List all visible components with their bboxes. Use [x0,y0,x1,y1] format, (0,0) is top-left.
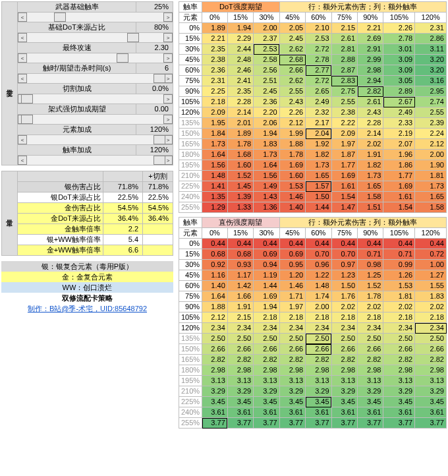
heat-cell: 3.77 [306,418,331,429]
heat-cell: 2.34 [383,323,415,334]
heat-cell: 3.29 [279,386,305,397]
var-label: 元素加成 [18,125,136,135]
heat-cell: 2.45 [279,34,305,44]
heat-cell: 1.50 [331,281,357,291]
heat-cell: 2.12 [202,312,228,323]
var-value: 2.30 [136,43,173,53]
heat-cell: 3.09 [383,65,415,76]
heat-cell: 3.13 [306,376,331,386]
slider[interactable]: <> [18,53,173,63]
heat-cell: 2.82 [415,355,447,365]
slider[interactable]: <> [18,33,173,42]
const-value-a: 6.6 [103,245,142,256]
heat-row-label: 165% [179,355,202,365]
heat-cell: 1.78 [279,150,305,160]
heat-cell: 0.94 [254,260,279,270]
slider-inc[interactable]: > [163,53,173,63]
heat-cell: 1.48 [306,281,331,291]
heat-cell: 3.77 [227,418,253,429]
heat-cell: 1.69 [279,160,305,171]
slider-dec[interactable]: < [18,156,27,165]
var-label: 切割加成 [18,84,136,94]
heat-cell: 2.98 [306,365,331,376]
legend-byline[interactable]: 制作：B站@季-术宅，UID:85648792 [1,303,173,314]
heat-cell: 1.89 [202,23,228,34]
heat-cell: 3.45 [383,397,415,407]
heat-col-label: 120% [415,13,447,23]
heat-cell: 2.95 [415,86,447,97]
dot-heat-table: 触率DoT强度期望行：额外元素伤害；列：额外触率元素0%15%30%45%60%… [179,1,447,213]
heat-cell: 2.35 [227,86,253,97]
const-label: 银+WW触率倍率 [18,235,103,245]
heat-cell: 1.89 [227,129,253,139]
var-label: 基础DoT来源占比 [18,22,136,33]
heat-cell: 1.64 [254,160,279,171]
const-value-b: 71.8% [143,182,173,193]
slider-inc[interactable]: > [163,33,173,42]
heat-cell: 1.16 [202,270,228,281]
heat-cell: 2.53 [306,34,331,44]
heat-cell: 2.00 [306,302,331,312]
heat-cell: 2.98 [202,365,228,376]
heat-cell: 2.98 [383,365,415,376]
heat-cell: 1.78 [358,291,383,302]
heat-cell: 3.13 [254,376,279,386]
slider-dec[interactable]: < [18,74,27,83]
heat-cell: 2.10 [306,23,331,34]
heat-cell: 0.99 [383,260,415,270]
slider[interactable]: <> [18,94,173,104]
heat-cell: 3.61 [202,407,228,418]
heat-cell: 2.88 [331,55,357,65]
heat-cell: 2.61 [331,34,357,44]
heat-cell: 1.73 [358,171,383,181]
slider[interactable]: <> [18,135,173,144]
heat-cell: 1.91 [358,150,383,160]
heat-cell: 3.45 [227,397,253,407]
heat-col-label: 0% [202,13,228,23]
slider[interactable]: <> [18,115,173,124]
heat-cell: 2.86 [415,34,447,44]
heat-cell: 1.96 [383,150,415,160]
slider-inc[interactable]: > [163,94,173,104]
heat-cell: 1.84 [202,129,228,139]
heat-col-label: 15% [227,13,253,23]
heat-cell: 1.25 [358,270,383,281]
slider-inc[interactable]: > [163,13,173,22]
slider[interactable]: <> [18,74,173,83]
slider-inc[interactable]: > [163,115,173,124]
slider[interactable]: <> [18,13,173,22]
heat-row-label: 75% [179,291,202,302]
heat-cell: 1.82 [358,160,383,171]
slider-dec[interactable]: < [18,13,27,22]
heat-cell: 1.58 [358,192,383,202]
slider[interactable]: <> [18,156,173,165]
heat-cell: 2.81 [331,44,357,55]
heat-cell: 2.69 [358,34,383,44]
heat-cell: 1.83 [415,291,447,302]
heat-cell: 0.71 [383,249,415,260]
heat-cell: 0.96 [306,260,331,270]
heat-cell: 3.45 [202,397,228,407]
const-label: 金伤害占比 [18,203,103,214]
heat-cell: 2.28 [358,118,383,129]
slider-dec[interactable]: < [18,53,27,63]
slider-dec[interactable]: < [18,135,27,144]
heat-cell: 0.69 [279,249,305,260]
heat-cell: 2.66 [358,344,383,355]
heat-note: 行：额外元素伤害；列：额外触率 [279,218,446,228]
heat-cell: 0.44 [306,239,331,249]
heat-cell: 2.22 [331,118,357,129]
const-extra-header: +切割 [143,171,173,182]
heat-cell: 0.70 [331,249,357,260]
heat-cell: 3.13 [227,376,253,386]
heat-cell: 3.29 [383,386,415,397]
heat-col-label: 15% [227,228,253,239]
heat-cell: 3.29 [202,386,228,397]
var-label: 触时/期望击杀时间(s) [18,63,136,74]
heat-cell: 1.46 [279,281,305,291]
heat-cell: 2.25 [202,86,228,97]
var-value: 0.0% [136,84,173,94]
heat-cell: 3.77 [358,418,383,429]
slider-dec[interactable]: < [18,33,27,42]
const-value-b: 36.4% [143,214,173,224]
